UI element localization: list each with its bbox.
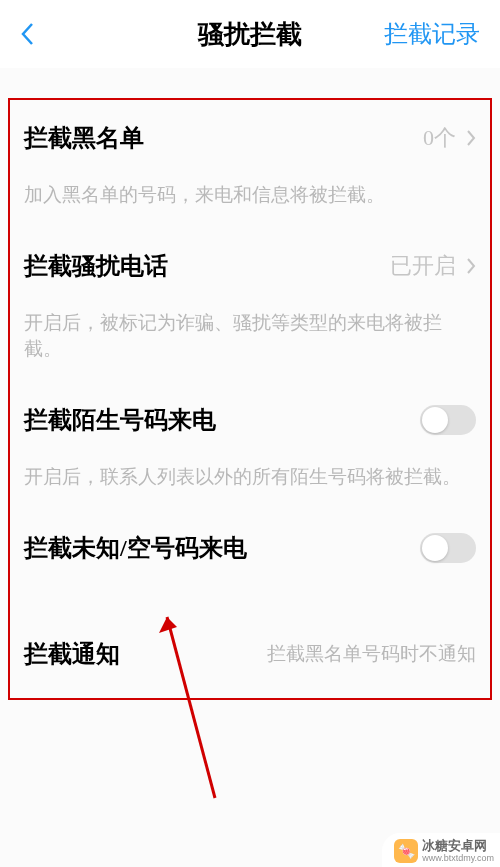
spam-call-label: 拦截骚扰电话 [24, 250, 168, 282]
blacklist-row[interactable]: 拦截黑名单 0个 [10, 100, 490, 172]
watermark-text-col: 冰糖安卓网 www.btxtdmy.com [422, 839, 494, 863]
toggle-knob [422, 407, 448, 433]
stranger-desc: 开启后，联系人列表以外的所有陌生号码将被拦截。 [10, 454, 490, 510]
spam-call-status: 已开启 [390, 251, 456, 281]
settings-group: 拦截黑名单 0个 加入黑名单的号码，来电和信息将被拦截。 拦截骚扰电话 已开启 … [8, 98, 492, 700]
chevron-right-icon [466, 257, 476, 275]
spacer [10, 582, 490, 610]
watermark: 🍬 冰糖安卓网 www.btxtdmy.com [382, 833, 500, 867]
block-log-link[interactable]: 拦截记录 [384, 18, 480, 50]
spam-call-value-wrap: 已开启 [390, 251, 476, 281]
notification-row[interactable]: 拦截通知 拦截黑名单号码时不通知 [10, 610, 490, 698]
watermark-text: 冰糖安卓网 [422, 839, 494, 852]
blacklist-desc: 加入黑名单的号码，来电和信息将被拦截。 [10, 172, 490, 228]
stranger-toggle[interactable] [420, 405, 476, 435]
watermark-url: www.btxtdmy.com [422, 854, 494, 863]
row-content: 拦截未知/空号码来电 [24, 532, 476, 564]
watermark-logo-icon: 🍬 [394, 839, 418, 863]
unknown-toggle[interactable] [420, 533, 476, 563]
toggle-knob [422, 535, 448, 561]
chevron-left-icon [20, 22, 34, 46]
page-title: 骚扰拦截 [198, 17, 302, 52]
row-content: 拦截骚扰电话 已开启 [24, 250, 476, 282]
unknown-row: 拦截未知/空号码来电 [10, 510, 490, 582]
row-content: 拦截黑名单 0个 [24, 122, 476, 154]
blacklist-value-wrap: 0个 [423, 123, 476, 153]
blacklist-count: 0个 [423, 123, 456, 153]
spam-call-desc: 开启后，被标记为诈骗、骚扰等类型的来电将被拦截。 [10, 300, 490, 382]
chevron-right-icon [466, 129, 476, 147]
row-content: 拦截陌生号码来电 [24, 404, 476, 436]
notification-value: 拦截黑名单号码时不通知 [267, 641, 476, 667]
blacklist-label: 拦截黑名单 [24, 122, 144, 154]
stranger-row: 拦截陌生号码来电 [10, 382, 490, 454]
stranger-label: 拦截陌生号码来电 [24, 404, 216, 436]
header: 骚扰拦截 拦截记录 [0, 0, 500, 68]
unknown-label: 拦截未知/空号码来电 [24, 532, 247, 564]
back-button[interactable] [20, 19, 50, 49]
spam-call-row[interactable]: 拦截骚扰电话 已开启 [10, 228, 490, 300]
notification-label: 拦截通知 [24, 638, 120, 670]
